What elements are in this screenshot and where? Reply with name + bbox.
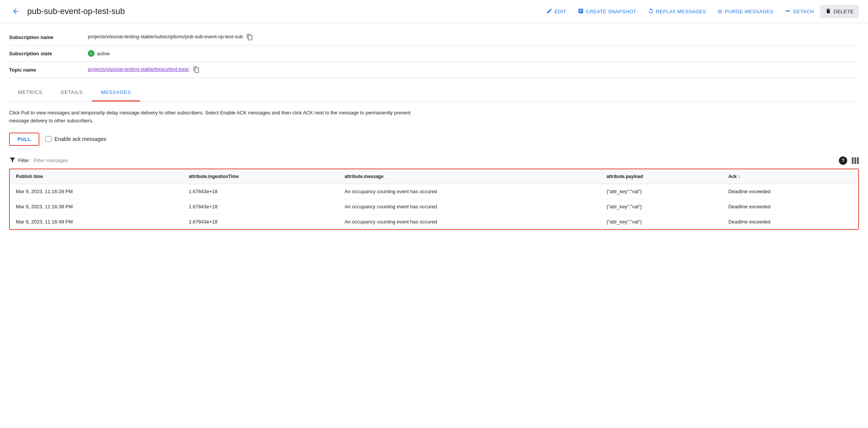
cell-payload: {"attr_key":"val"} [600, 214, 722, 229]
toolbar-actions: EDIT CREATE SNAPSHOT REPLAY MESSAGES ⊖ P… [541, 5, 859, 18]
copy-topic-name-icon[interactable] [193, 66, 200, 73]
subscription-state-value: ✓ active [85, 45, 859, 62]
edit-icon [546, 8, 552, 15]
detach-icon [785, 8, 791, 15]
cell-payload: {"attr_key":"val"} [600, 184, 722, 199]
topic-name-row: Topic name projects/visionai-testing-sta… [9, 62, 859, 78]
tabs: METRICS DETAILS MESSAGES [9, 84, 859, 102]
filter-icon [9, 156, 16, 164]
messages-description: Click Pull to view messages and temporar… [9, 109, 425, 125]
filter-icon-area: Filter [9, 156, 29, 164]
status-badge: ✓ active [88, 50, 110, 57]
cell-ingestion_time: 1.67843e+18 [183, 199, 339, 214]
delete-icon [825, 8, 831, 15]
cell-publish_time: Mar 9, 2023, 11:16:38 PM [10, 199, 183, 214]
cell-ack: Deadline exceeded [722, 214, 858, 229]
pull-button[interactable]: PULL [9, 133, 39, 146]
status-dot: ✓ [88, 50, 95, 57]
create-snapshot-button[interactable]: CREATE SNAPSHOT [572, 5, 642, 18]
filter-label: Filter [18, 158, 29, 163]
info-table: Subscription name projects/visionai-test… [9, 29, 859, 78]
pull-area: PULL Enable ack messages [9, 133, 859, 146]
replay-messages-button[interactable]: REPLAY MESSAGES [642, 5, 712, 18]
delete-button[interactable]: DELETE [820, 5, 859, 18]
col-publish-time[interactable]: Publish time [10, 169, 183, 184]
messages-table: Publish time attribute.ingestionTime att… [10, 169, 858, 229]
purge-messages-button[interactable]: ⊖ PURGE MESSAGES [712, 5, 779, 18]
col-ingestion-time[interactable]: attribute.ingestionTime [183, 169, 339, 184]
subscription-name-row: Subscription name projects/visionai-test… [9, 29, 859, 45]
messages-section: Click Pull to view messages and temporar… [0, 102, 868, 237]
enable-ack-text: Enable ack messages [54, 136, 106, 142]
detach-button[interactable]: DETACH [779, 5, 819, 18]
cell-ack: Deadline exceeded [722, 184, 858, 199]
cell-payload: {"attr_key":"val"} [600, 199, 722, 214]
back-button[interactable] [9, 5, 23, 18]
purge-messages-label: PURGE MESSAGES [725, 9, 773, 14]
col-payload[interactable]: attribute.payload [600, 169, 722, 184]
enable-ack-checkbox[interactable] [45, 136, 51, 142]
filter-placeholder: Filter messages [34, 158, 68, 163]
tab-messages[interactable]: MESSAGES [92, 84, 140, 102]
snapshot-icon [578, 8, 584, 15]
replay-icon [648, 8, 654, 15]
subscription-state-row: Subscription state ✓ active [9, 45, 859, 62]
tab-details[interactable]: DETAILS [51, 84, 92, 102]
svg-rect-0 [786, 10, 790, 11]
cell-publish_time: Mar 9, 2023, 11:16:28 PM [10, 184, 183, 199]
page-title: pub-sub-event-op-test-sub [27, 6, 125, 16]
topic-name-label: Topic name [9, 62, 85, 78]
filter-bar: Filter Filter messages ? [9, 153, 859, 168]
data-table-wrapper: Publish time attribute.ingestionTime att… [9, 169, 859, 230]
edit-button[interactable]: EDIT [541, 5, 572, 18]
cell-ingestion_time: 1.67843e+18 [183, 214, 339, 229]
replay-messages-label: REPLAY MESSAGES [656, 9, 706, 14]
copy-subscription-name-icon[interactable] [246, 34, 253, 41]
enable-ack-label[interactable]: Enable ack messages [45, 136, 106, 142]
cell-message: An occupancy counting event has occured [339, 184, 600, 199]
table-row: Mar 9, 2023, 11:16:28 PM1.67843e+18An oc… [10, 184, 858, 199]
help-icon[interactable]: ? [839, 156, 847, 165]
delete-label: DELETE [834, 9, 854, 14]
table-row: Mar 9, 2023, 11:16:38 PM1.67843e+18An oc… [10, 199, 858, 214]
col-ack[interactable]: Ack ↑ [722, 169, 858, 184]
subscription-state-label: Subscription state [9, 45, 85, 62]
tabs-section: METRICS DETAILS MESSAGES [0, 84, 868, 102]
col-message[interactable]: attribute.message [339, 169, 600, 184]
detach-label: DETACH [793, 9, 814, 14]
purge-icon: ⊖ [717, 8, 722, 15]
table-row: Mar 9, 2023, 11:16:49 PM1.67843e+18An oc… [10, 214, 858, 229]
info-section: Subscription name projects/visionai-test… [0, 23, 868, 78]
tab-metrics[interactable]: METRICS [9, 84, 51, 102]
subscription-name-label: Subscription name [9, 29, 85, 45]
cell-message: An occupancy counting event has occured [339, 199, 600, 214]
filter-right: ? [839, 156, 859, 165]
cell-ingestion_time: 1.67843e+18 [183, 184, 339, 199]
create-snapshot-label: CREATE SNAPSHOT [586, 9, 636, 14]
table-header-row: Publish time attribute.ingestionTime att… [10, 169, 858, 184]
topic-link[interactable]: projects/visionai-testing-stable/topics/… [88, 66, 189, 72]
cell-publish_time: Mar 9, 2023, 11:16:49 PM [10, 214, 183, 229]
cell-message: An occupancy counting event has occured [339, 214, 600, 229]
cell-ack: Deadline exceeded [722, 199, 858, 214]
subscription-name-value: projects/visionai-testing-stable/subscri… [85, 29, 859, 45]
toolbar: pub-sub-event-op-test-sub EDIT CREATE SN… [0, 0, 868, 23]
edit-label: EDIT [555, 9, 566, 14]
topic-name-value: projects/visionai-testing-stable/topics/… [85, 62, 859, 78]
columns-icon[interactable] [852, 157, 859, 164]
